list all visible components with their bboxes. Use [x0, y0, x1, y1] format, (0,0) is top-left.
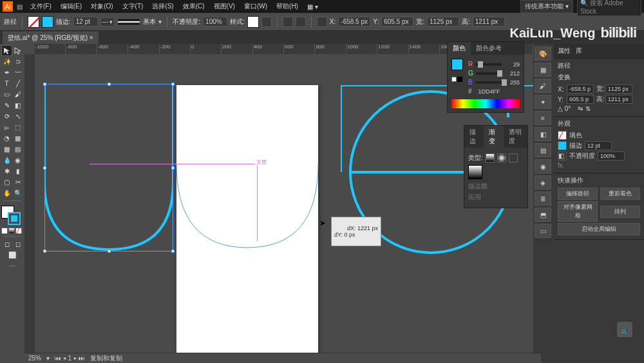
artboard-tool[interactable]: ▢: [1, 177, 12, 188]
pen-tool[interactable]: ✒: [1, 67, 12, 78]
direct-selection-tool[interactable]: [12, 45, 23, 56]
menu-object[interactable]: 对象(O): [87, 1, 117, 12]
paintbrush-tool[interactable]: 🖌: [12, 89, 23, 100]
brush-preview[interactable]: [117, 18, 140, 26]
stroke-profile[interactable]: — ▾: [100, 17, 115, 26]
panel-icon-brushes[interactable]: 🖌: [535, 79, 551, 93]
props-x-input[interactable]: -658.5 p: [567, 84, 594, 93]
blend-tool[interactable]: ◉: [12, 155, 23, 166]
menu-effect[interactable]: 效果(C): [179, 1, 209, 12]
fill-swatch-small[interactable]: ╱: [558, 131, 567, 140]
quick-btn-global-edit[interactable]: 启动全局编辑: [558, 223, 640, 235]
panel-icon-layers[interactable]: ≣: [535, 191, 551, 206]
selection-tool[interactable]: [1, 45, 12, 56]
draw-normal[interactable]: ◻: [1, 239, 12, 250]
floating-action-icon[interactable]: 📺: [617, 322, 632, 337]
props-opacity-input[interactable]: 100%: [598, 152, 625, 161]
panel-icon-swatches[interactable]: ▦: [535, 63, 551, 77]
menu-window[interactable]: 窗口(W): [240, 1, 271, 12]
transform-icon[interactable]: [283, 17, 293, 27]
workspace-dropdown[interactable]: 传统基本功能 ▾: [520, 0, 573, 13]
quick-btn-recolor[interactable]: 重新着色: [600, 188, 640, 200]
color-none-sw[interactable]: [451, 77, 457, 82]
artboard-nav[interactable]: 1: [68, 355, 72, 362]
width-tool[interactable]: ▻: [1, 122, 12, 133]
scale-tool[interactable]: ⤡: [12, 111, 23, 122]
color-hex-val[interactable]: 1DD4FF: [475, 88, 500, 95]
fill-swatch[interactable]: [28, 16, 39, 28]
eraser-tool[interactable]: ◧: [12, 100, 23, 111]
menu-select[interactable]: 选择(S): [148, 1, 177, 12]
hand-tool[interactable]: ✋: [1, 188, 12, 199]
gradient-freeform-icon[interactable]: [509, 153, 518, 162]
zoom-tool[interactable]: 🔍: [12, 188, 23, 199]
perspective-grid-tool[interactable]: ▦: [12, 133, 23, 144]
stroke-gradient-panel[interactable]: 描边 渐变 透明度 类型: 描边颜 应用: [464, 125, 528, 208]
mesh-tool[interactable]: ▩: [1, 144, 12, 155]
shape-builder-tool[interactable]: ◔: [1, 133, 12, 144]
quick-btn-offset[interactable]: 偏移路径: [558, 188, 598, 200]
document-tab[interactable]: 壁纸.ai* @ 25% (RGB/预览) ×: [3, 32, 99, 44]
draw-behind[interactable]: ◻: [12, 239, 23, 250]
fill-stroke-indicator[interactable]: [1, 206, 22, 226]
panel-icon-graphic-styles[interactable]: ◈: [535, 175, 551, 190]
rotate-tool[interactable]: ⟳: [1, 111, 12, 122]
ruler-vertical[interactable]: [24, 54, 35, 363]
color-r-val[interactable]: 29: [504, 61, 520, 68]
panel-icon-appearance[interactable]: ◉: [535, 159, 551, 173]
flip-h-icon[interactable]: ⇋: [578, 105, 583, 112]
gradient-radial-icon[interactable]: [497, 153, 506, 162]
color-mode-none[interactable]: ╱: [15, 228, 22, 234]
anchor-reference-icon[interactable]: [317, 17, 327, 27]
slice-tool[interactable]: ✂: [12, 177, 23, 188]
type-tool[interactable]: T: [1, 78, 12, 89]
align-icon[interactable]: [261, 17, 272, 27]
color-mode-gradient[interactable]: [8, 228, 15, 234]
panel-icon-asset[interactable]: ⬒: [535, 208, 551, 222]
zoom-level[interactable]: 25%: [28, 355, 41, 362]
lasso-tool[interactable]: ⊃: [12, 56, 23, 67]
flip-v-icon[interactable]: ⇅: [585, 105, 591, 112]
color-spectrum[interactable]: [451, 99, 520, 108]
color-fill-sw[interactable]: [451, 59, 463, 70]
stroke-width-input[interactable]: 12 pt: [73, 17, 98, 26]
transparency-tab[interactable]: 透明度: [504, 126, 527, 148]
free-transform-tool[interactable]: ⬚: [12, 122, 23, 133]
shaper-tool[interactable]: ✎: [1, 100, 12, 111]
hamburger-icon[interactable]: ▤: [14, 3, 25, 10]
gradient-tool[interactable]: ▤: [12, 144, 23, 155]
panel-icon-symbols[interactable]: ✦: [535, 95, 551, 109]
search-input[interactable]: 🔍 搜索 Adobe Stock: [577, 0, 641, 16]
panel-icon-stroke[interactable]: ≡: [535, 111, 551, 125]
menu-type[interactable]: 文字(T): [118, 1, 147, 12]
stroke-tab[interactable]: 描边: [464, 126, 484, 148]
graphic-style-swatch[interactable]: [247, 16, 259, 28]
panel-icon-artboards[interactable]: ▭: [535, 224, 551, 238]
rectangle-tool[interactable]: ▭: [1, 89, 12, 100]
props-h-input[interactable]: 1211 px: [605, 95, 632, 104]
color-panel[interactable]: 颜色 颜色参考 R29 G212 B255 #1DD4FF: [447, 41, 524, 113]
h-input[interactable]: 1211 px: [473, 17, 505, 26]
opacity-input[interactable]: 100%: [203, 17, 227, 26]
y-input[interactable]: 605.5 px: [381, 17, 413, 26]
color-bw-sw[interactable]: [457, 77, 462, 82]
selection-bounds[interactable]: [44, 84, 173, 251]
home-button[interactable]: Ai: [3, 1, 13, 12]
w-input[interactable]: 1125 px: [427, 17, 459, 26]
shape-mode-icon[interactable]: [296, 17, 306, 27]
menu-extra-icon[interactable]: ▦ ▾: [303, 2, 322, 12]
edit-toolbar[interactable]: ⋯: [7, 260, 18, 271]
curvature-tool[interactable]: 〰: [12, 67, 23, 78]
menu-help[interactable]: 帮助(H): [272, 1, 302, 12]
color-tab[interactable]: 颜色: [448, 42, 471, 55]
eyedropper-tool[interactable]: 💧: [1, 155, 12, 166]
gradient-preview-sw[interactable]: [468, 165, 482, 179]
stroke-swatch[interactable]: [42, 16, 53, 28]
panel-icon-gradient[interactable]: ◧: [535, 127, 551, 141]
symbol-sprayer-tool[interactable]: ✱: [1, 166, 12, 177]
x-input[interactable]: -658.5 px: [338, 17, 370, 26]
gradient-linear-icon[interactable]: [486, 153, 495, 162]
stroke-swatch-small[interactable]: [558, 141, 567, 150]
props-y-input[interactable]: 605.5 p: [567, 95, 594, 104]
quick-btn-arrange[interactable]: 排列: [600, 206, 640, 218]
